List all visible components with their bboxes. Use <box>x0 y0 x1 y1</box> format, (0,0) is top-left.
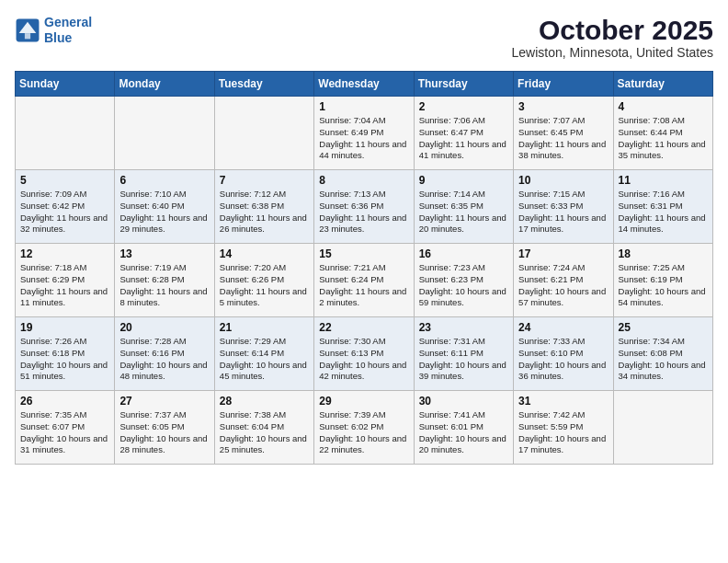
calendar-body: 1Sunrise: 7:04 AM Sunset: 6:49 PM Daylig… <box>16 97 713 465</box>
cell-info: Sunrise: 7:31 AM Sunset: 6:11 PM Dayligh… <box>419 336 508 383</box>
day-number: 3 <box>518 100 608 113</box>
table-row: 14Sunrise: 7:20 AM Sunset: 6:26 PM Dayli… <box>214 244 313 317</box>
day-number: 19 <box>20 321 109 334</box>
day-number: 29 <box>319 395 408 408</box>
table-row: 4Sunrise: 7:08 AM Sunset: 6:44 PM Daylig… <box>613 97 712 170</box>
table-row: 1Sunrise: 7:04 AM Sunset: 6:49 PM Daylig… <box>314 97 414 170</box>
cell-info: Sunrise: 7:24 AM Sunset: 6:21 PM Dayligh… <box>518 262 608 309</box>
header-monday: Monday <box>115 72 214 97</box>
day-number: 25 <box>619 321 708 334</box>
cell-info: Sunrise: 7:10 AM Sunset: 6:40 PM Dayligh… <box>119 189 209 236</box>
table-row: 5Sunrise: 7:09 AM Sunset: 6:42 PM Daylig… <box>16 170 115 244</box>
day-number: 30 <box>419 395 508 408</box>
cell-info: Sunrise: 7:33 AM Sunset: 6:10 PM Dayligh… <box>518 336 608 383</box>
header-friday: Friday <box>514 72 613 97</box>
logo-text: General Blue <box>44 15 92 46</box>
logo: General Blue <box>15 15 92 46</box>
cell-info: Sunrise: 7:08 AM Sunset: 6:44 PM Dayligh… <box>619 115 708 162</box>
day-number: 28 <box>220 395 309 408</box>
logo-line2: Blue <box>44 30 72 45</box>
title-block: October 2025 Lewiston, Minnesota, United… <box>512 15 713 60</box>
day-number: 22 <box>319 321 408 334</box>
header-saturday: Saturday <box>613 72 712 97</box>
day-number: 31 <box>518 395 608 408</box>
cell-info: Sunrise: 7:38 AM Sunset: 6:04 PM Dayligh… <box>220 409 309 456</box>
cell-info: Sunrise: 7:13 AM Sunset: 6:36 PM Dayligh… <box>319 189 408 236</box>
header-thursday: Thursday <box>414 72 513 97</box>
header-sunday: Sunday <box>16 72 115 97</box>
day-number: 24 <box>518 321 608 334</box>
cell-info: Sunrise: 7:20 AM Sunset: 6:26 PM Dayligh… <box>220 262 309 309</box>
table-row: 10Sunrise: 7:15 AM Sunset: 6:33 PM Dayli… <box>514 170 613 244</box>
day-number: 9 <box>419 174 508 187</box>
cell-info: Sunrise: 7:14 AM Sunset: 6:35 PM Dayligh… <box>419 189 508 236</box>
cell-info: Sunrise: 7:35 AM Sunset: 6:07 PM Dayligh… <box>20 409 109 456</box>
header-tuesday: Tuesday <box>214 72 313 97</box>
day-number: 26 <box>20 395 109 408</box>
header-wednesday: Wednesday <box>314 72 414 97</box>
day-number: 15 <box>319 247 408 260</box>
logo-line1: General <box>44 15 92 29</box>
day-number: 23 <box>419 321 508 334</box>
table-row: 31Sunrise: 7:42 AM Sunset: 5:59 PM Dayli… <box>514 391 613 465</box>
day-number: 17 <box>518 247 608 260</box>
table-row: 20Sunrise: 7:28 AM Sunset: 6:16 PM Dayli… <box>115 317 214 391</box>
cell-info: Sunrise: 7:34 AM Sunset: 6:08 PM Dayligh… <box>619 336 708 383</box>
table-row: 19Sunrise: 7:26 AM Sunset: 6:18 PM Dayli… <box>16 317 115 391</box>
table-row: 27Sunrise: 7:37 AM Sunset: 6:05 PM Dayli… <box>115 391 214 465</box>
table-row <box>214 97 313 170</box>
table-row: 12Sunrise: 7:18 AM Sunset: 6:29 PM Dayli… <box>16 244 115 317</box>
location: Lewiston, Minnesota, United States <box>512 45 713 60</box>
cell-info: Sunrise: 7:04 AM Sunset: 6:49 PM Dayligh… <box>319 115 408 162</box>
cell-info: Sunrise: 7:15 AM Sunset: 6:33 PM Dayligh… <box>518 189 608 236</box>
day-number: 16 <box>419 247 508 260</box>
cell-info: Sunrise: 7:25 AM Sunset: 6:19 PM Dayligh… <box>619 262 708 309</box>
day-number: 14 <box>220 247 309 260</box>
day-number: 8 <box>319 174 408 187</box>
day-number: 21 <box>220 321 309 334</box>
cell-info: Sunrise: 7:21 AM Sunset: 6:24 PM Dayligh… <box>319 262 408 309</box>
cell-info: Sunrise: 7:18 AM Sunset: 6:29 PM Dayligh… <box>20 262 109 309</box>
table-row: 11Sunrise: 7:16 AM Sunset: 6:31 PM Dayli… <box>613 170 712 244</box>
table-row: 25Sunrise: 7:34 AM Sunset: 6:08 PM Dayli… <box>613 317 712 391</box>
table-row: 6Sunrise: 7:10 AM Sunset: 6:40 PM Daylig… <box>115 170 214 244</box>
day-number: 27 <box>119 395 209 408</box>
page-header: General Blue October 2025 Lewiston, Minn… <box>15 15 713 60</box>
day-number: 13 <box>119 247 209 260</box>
cell-info: Sunrise: 7:39 AM Sunset: 6:02 PM Dayligh… <box>319 409 408 456</box>
logo-icon <box>15 17 40 43</box>
table-row: 7Sunrise: 7:12 AM Sunset: 6:38 PM Daylig… <box>214 170 313 244</box>
day-number: 11 <box>619 174 708 187</box>
table-row: 13Sunrise: 7:19 AM Sunset: 6:28 PM Dayli… <box>115 244 214 317</box>
cell-info: Sunrise: 7:37 AM Sunset: 6:05 PM Dayligh… <box>119 409 209 456</box>
cell-info: Sunrise: 7:19 AM Sunset: 6:28 PM Dayligh… <box>119 262 209 309</box>
table-row: 2Sunrise: 7:06 AM Sunset: 6:47 PM Daylig… <box>414 97 513 170</box>
table-row: 17Sunrise: 7:24 AM Sunset: 6:21 PM Dayli… <box>514 244 613 317</box>
day-number: 7 <box>220 174 309 187</box>
table-row: 15Sunrise: 7:21 AM Sunset: 6:24 PM Dayli… <box>314 244 414 317</box>
day-number: 5 <box>20 174 109 187</box>
table-row <box>115 97 214 170</box>
table-row: 26Sunrise: 7:35 AM Sunset: 6:07 PM Dayli… <box>16 391 115 465</box>
cell-info: Sunrise: 7:42 AM Sunset: 5:59 PM Dayligh… <box>518 409 608 456</box>
table-row: 21Sunrise: 7:29 AM Sunset: 6:14 PM Dayli… <box>214 317 313 391</box>
calendar-header: Sunday Monday Tuesday Wednesday Thursday… <box>16 72 713 97</box>
cell-info: Sunrise: 7:23 AM Sunset: 6:23 PM Dayligh… <box>419 262 508 309</box>
table-row <box>613 391 712 465</box>
table-row: 30Sunrise: 7:41 AM Sunset: 6:01 PM Dayli… <box>414 391 513 465</box>
cell-info: Sunrise: 7:09 AM Sunset: 6:42 PM Dayligh… <box>20 189 109 236</box>
table-row: 28Sunrise: 7:38 AM Sunset: 6:04 PM Dayli… <box>214 391 313 465</box>
table-row: 22Sunrise: 7:30 AM Sunset: 6:13 PM Dayli… <box>314 317 414 391</box>
cell-info: Sunrise: 7:12 AM Sunset: 6:38 PM Dayligh… <box>220 189 309 236</box>
table-row: 9Sunrise: 7:14 AM Sunset: 6:35 PM Daylig… <box>414 170 513 244</box>
cell-info: Sunrise: 7:06 AM Sunset: 6:47 PM Dayligh… <box>419 115 508 162</box>
cell-info: Sunrise: 7:16 AM Sunset: 6:31 PM Dayligh… <box>619 189 708 236</box>
day-number: 20 <box>119 321 209 334</box>
table-row: 3Sunrise: 7:07 AM Sunset: 6:45 PM Daylig… <box>514 97 613 170</box>
month-title: October 2025 <box>512 15 713 45</box>
table-row: 18Sunrise: 7:25 AM Sunset: 6:19 PM Dayli… <box>613 244 712 317</box>
day-number: 1 <box>319 100 408 113</box>
table-row: 16Sunrise: 7:23 AM Sunset: 6:23 PM Dayli… <box>414 244 513 317</box>
day-number: 18 <box>619 247 708 260</box>
day-number: 10 <box>518 174 608 187</box>
